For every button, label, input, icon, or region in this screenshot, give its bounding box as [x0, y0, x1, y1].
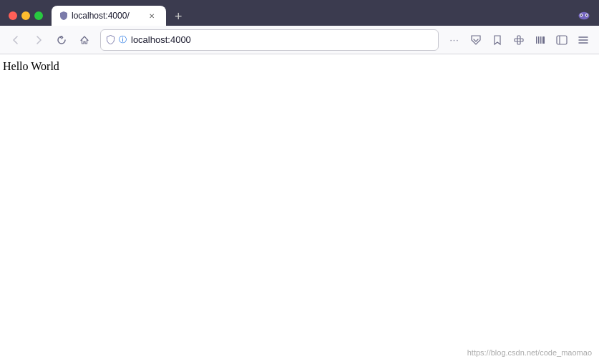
- https-icon: ⓘ: [119, 34, 127, 45]
- svg-rect-9: [536, 36, 537, 44]
- toolbar-right: ···: [444, 30, 593, 50]
- window-controls: [9, 11, 43, 20]
- menu-button[interactable]: [573, 30, 593, 50]
- pocket-button[interactable]: [466, 30, 486, 50]
- svg-rect-5: [515, 39, 517, 41]
- forward-button[interactable]: [29, 30, 49, 50]
- svg-rect-12: [542, 36, 545, 44]
- tabs-area: localhost:4000/ ✕ +: [52, 6, 578, 26]
- title-bar: localhost:4000/ ✕ +: [0, 0, 599, 26]
- svg-rect-7: [517, 41, 520, 44]
- browser-chrome: localhost:4000/ ✕ +: [0, 0, 599, 54]
- tab-security-icon: [60, 11, 67, 20]
- svg-rect-11: [540, 36, 542, 44]
- back-button[interactable]: [6, 30, 26, 50]
- bookmark-button[interactable]: [487, 30, 507, 50]
- active-tab[interactable]: localhost:4000/ ✕: [52, 6, 166, 26]
- address-bar-container[interactable]: ⓘ: [100, 29, 439, 51]
- sidebar-button[interactable]: [552, 30, 572, 50]
- watermark: https://blog.csdn.net/code_maomao: [467, 348, 592, 357]
- address-input[interactable]: [131, 34, 432, 45]
- content-area: Hello World https://blog.csdn.net/code_m…: [0, 54, 599, 364]
- more-button[interactable]: ···: [444, 30, 464, 50]
- new-tab-button[interactable]: +: [169, 7, 188, 26]
- refresh-button[interactable]: [52, 30, 72, 50]
- security-shield-icon: [107, 35, 115, 44]
- hello-world-text: Hello World: [3, 60, 596, 73]
- svg-rect-13: [557, 36, 567, 44]
- toolbar: ⓘ ···: [0, 26, 599, 54]
- minimize-window-button[interactable]: [21, 11, 30, 20]
- tab-close-button[interactable]: ✕: [146, 10, 157, 21]
- home-button[interactable]: [74, 30, 94, 50]
- extensions-button[interactable]: [509, 30, 529, 50]
- svg-rect-10: [538, 36, 540, 44]
- svg-rect-8: [520, 39, 523, 41]
- maximize-window-button[interactable]: [34, 11, 43, 20]
- firefox-icon: [578, 9, 590, 22]
- svg-point-3: [580, 14, 582, 16]
- close-window-button[interactable]: [9, 11, 17, 20]
- library-button[interactable]: [530, 30, 550, 50]
- svg-rect-6: [517, 36, 520, 39]
- svg-point-4: [586, 14, 588, 16]
- tab-title: localhost:4000/: [72, 11, 142, 21]
